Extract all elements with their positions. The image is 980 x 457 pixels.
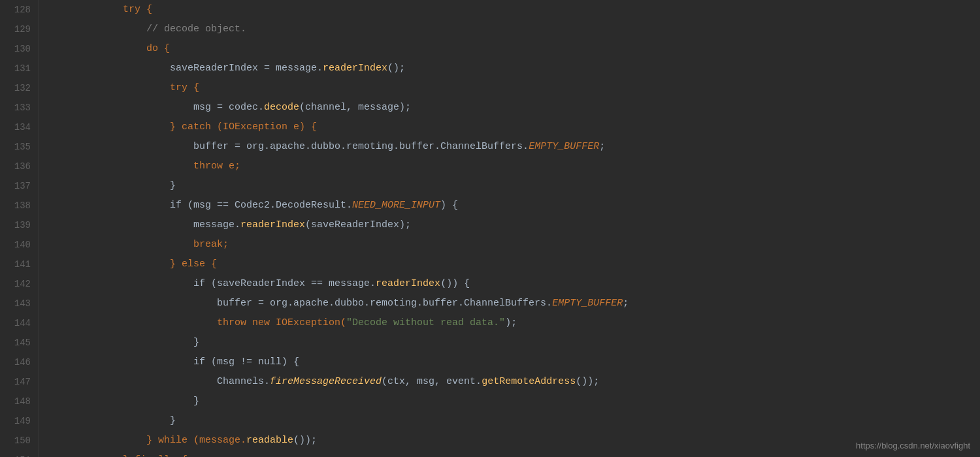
line-number: 134: [8, 118, 31, 137]
token: }: [52, 180, 176, 191]
code-line: msg = codec.decode(channel, message);: [52, 98, 980, 118]
token: if (saveReaderIndex == message.: [52, 278, 376, 289]
line-number: 150: [8, 431, 31, 450]
code-line: } else {: [52, 255, 980, 274]
token: } while (message.: [52, 435, 246, 446]
line-number: 145: [8, 333, 31, 353]
code-line: try {: [52, 0, 980, 20]
line-number: 136: [8, 157, 31, 176]
line-number: 130: [8, 39, 31, 59]
token: break;: [52, 239, 229, 250]
code-area: try { // decode object. do { saveReaderI…: [39, 0, 980, 457]
token: ());: [293, 435, 317, 446]
token: Channels.: [52, 376, 270, 387]
token: ());: [576, 376, 599, 387]
line-number: 129: [8, 20, 31, 39]
code-line: } finally {: [52, 450, 980, 457]
line-number: 143: [8, 294, 31, 313]
token: try {: [52, 4, 152, 15]
token: }: [52, 337, 199, 348]
token: } else {: [52, 259, 217, 270]
token: (saveReaderIndex);: [305, 219, 411, 230]
line-number: 147: [8, 372, 31, 392]
code-line: Channels.fireMessageReceived(ctx, msg, e…: [52, 372, 980, 392]
token: ;: [599, 141, 605, 152]
token: do {: [52, 43, 170, 54]
token: readerIndex: [376, 278, 440, 289]
line-number: 132: [8, 78, 31, 98]
token: } finally {: [52, 454, 188, 457]
token: try {: [52, 82, 199, 93]
code-line: } catch (IOException e) {: [52, 118, 980, 137]
line-number: 141: [8, 255, 31, 274]
token: ) {: [440, 200, 458, 211]
token: }: [52, 415, 176, 426]
token: (channel, message);: [299, 102, 411, 113]
token: // decode object.: [52, 24, 246, 35]
line-numbers: 1281291301311321331341351361371381391401…: [0, 0, 39, 457]
line-number: 135: [8, 137, 31, 157]
code-line: saveReaderIndex = message.readerIndex();: [52, 59, 980, 78]
token: getRemoteAddress: [482, 376, 576, 387]
code-line: } while (message.readable());: [52, 431, 980, 450]
token: (ctx, msg, event.: [382, 376, 482, 387]
token: message.: [52, 219, 240, 230]
code-line: if (saveReaderIndex == message.readerInd…: [52, 274, 980, 294]
token: readable: [246, 435, 293, 446]
line-number: 144: [8, 313, 31, 333]
token: buffer = org.apache.dubbo.remoting.buffe…: [52, 298, 552, 309]
token: readerIndex: [323, 63, 387, 74]
code-line: message.readerIndex(saveReaderIndex);: [52, 215, 980, 235]
code-line: }: [52, 176, 980, 196]
code-line: if (msg == Codec2.DecodeResult.NEED_MORE…: [52, 196, 980, 215]
code-line: }: [52, 411, 980, 431]
code-line: buffer = org.apache.dubbo.remoting.buffe…: [52, 294, 980, 313]
token: saveReaderIndex = message.: [52, 63, 323, 74]
token: ();: [387, 63, 405, 74]
code-line: buffer = org.apache.dubbo.remoting.buffe…: [52, 137, 980, 157]
token: throw e;: [52, 161, 240, 172]
code-line: do {: [52, 39, 980, 59]
line-number: 138: [8, 196, 31, 215]
code-line: }: [52, 392, 980, 411]
line-number: 133: [8, 98, 31, 118]
token: if (msg != null) {: [52, 356, 299, 368]
code-line: }: [52, 333, 980, 353]
line-number: 139: [8, 215, 31, 235]
watermark: https://blog.csdn.net/xiaovfight: [856, 441, 970, 450]
token: decode: [264, 102, 299, 113]
line-number: 148: [8, 392, 31, 411]
code-line: break;: [52, 235, 980, 255]
line-number: 131: [8, 59, 31, 78]
token: if (msg == Codec2.DecodeResult.: [52, 200, 352, 211]
token: ;: [623, 298, 629, 309]
token: buffer = org.apache.dubbo.remoting.buffe…: [52, 141, 529, 152]
code-line: try {: [52, 78, 980, 98]
token: }: [52, 396, 199, 407]
line-number: 140: [8, 235, 31, 255]
code-line: if (msg != null) {: [52, 353, 980, 372]
token: } catch (IOException e) {: [52, 121, 317, 133]
token: );: [505, 317, 517, 328]
token: "Decode without read data.": [346, 317, 505, 328]
token: ()) {: [440, 278, 470, 289]
code-line: // decode object.: [52, 20, 980, 39]
token: fireMessageReceived: [270, 376, 382, 387]
line-number: 146: [8, 353, 31, 372]
token: NEED_MORE_INPUT: [352, 200, 440, 211]
code-line: throw e;: [52, 157, 980, 176]
token: EMPTY_BUFFER: [552, 298, 623, 309]
code-line: throw new IOException("Decode without re…: [52, 313, 980, 333]
token: readerIndex: [240, 219, 305, 230]
token: msg = codec.: [52, 102, 264, 113]
code-container: 1281291301311321331341351361371381391401…: [0, 0, 980, 457]
line-number: 151: [8, 450, 31, 457]
token: throw new IOException(: [52, 317, 346, 328]
line-number: 142: [8, 274, 31, 294]
line-number: 128: [8, 0, 31, 20]
token: EMPTY_BUFFER: [529, 141, 599, 152]
line-number: 149: [8, 411, 31, 431]
line-number: 137: [8, 176, 31, 196]
